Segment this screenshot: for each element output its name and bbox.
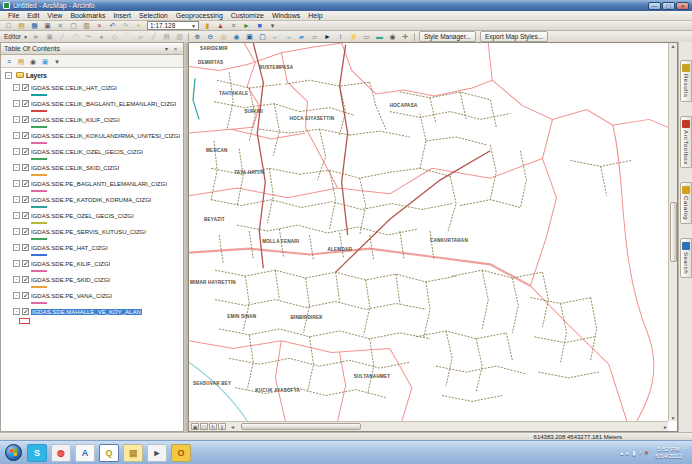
sketch-properties-icon[interactable]: ▥ <box>174 32 185 41</box>
copy-icon[interactable]: ▢ <box>68 21 79 30</box>
edit-annotation-icon[interactable]: ▣ <box>44 32 55 41</box>
expander-icon[interactable]: - <box>13 292 20 299</box>
expander-icon[interactable]: - <box>13 100 20 107</box>
reshape-icon[interactable]: ⌒ <box>122 32 133 41</box>
map-horizontal-scrollbar[interactable]: ▣ ▢ ↻ ∥ ◄ ► <box>189 421 668 431</box>
scroll-left-arrow[interactable]: ◄ <box>230 424 235 430</box>
identify-icon[interactable]: i <box>335 32 346 41</box>
layer-name[interactable]: IGDAS.SDE.CELIK_HAT_CIZGI <box>31 85 117 91</box>
split-icon[interactable]: ╱ <box>148 32 159 41</box>
layer-name[interactable]: IGDAS.SDE.PE_SERVIS_KUTUSU_CIZGI <box>31 229 146 235</box>
layer-name[interactable]: IGDAS.SDE.CELIK_SKID_CIZGI <box>31 165 119 171</box>
layer-symbol-line[interactable] <box>31 222 47 224</box>
layer-symbol-line[interactable] <box>31 174 47 176</box>
layer-name[interactable]: IGDAS.SDE.CELIK_KILIF_CIZGI <box>31 117 120 123</box>
layer-row[interactable]: -IGDAS.SDE.PE_VANA_CIZGI <box>13 291 183 300</box>
layer-symbol-line[interactable] <box>31 190 47 192</box>
layer-row[interactable]: -IGDAS.SDE.PE_KATODIK_KORUMA_CIZGI <box>13 195 183 204</box>
expander-icon[interactable]: - <box>13 212 20 219</box>
expander-icon[interactable]: - <box>13 260 20 267</box>
layer-symbol-polygon[interactable] <box>19 318 30 324</box>
scroll-up-arrow[interactable]: ▲ <box>671 43 676 49</box>
clear-selection-icon[interactable]: ▱ <box>309 32 320 41</box>
straight-segment-icon[interactable]: ∕ <box>57 32 68 41</box>
layer-visibility-checkbox[interactable] <box>22 292 29 299</box>
layer-visibility-checkbox[interactable] <box>22 276 29 283</box>
hidden-icons-chevron[interactable]: ▴ <box>620 449 623 456</box>
blue-color-swatch[interactable]: ■ <box>254 21 265 30</box>
export-map-styles-button[interactable]: Export Map Styles... <box>480 31 548 42</box>
layer-symbol-line[interactable] <box>31 126 47 128</box>
dock-tab-catalog[interactable]: Catalog <box>680 182 692 224</box>
menu-bookmarks[interactable]: Bookmarks <box>66 12 109 19</box>
menu-file[interactable]: File <box>4 12 23 19</box>
layer-symbol-line[interactable] <box>31 206 47 208</box>
layer-symbol-line[interactable] <box>31 158 47 160</box>
layer-row[interactable]: -IGDAS.SDE.CELIK_KOKULANDIRMA_UNITESI_CI… <box>13 131 183 140</box>
layer-symbol-line[interactable] <box>31 94 47 96</box>
layer-row[interactable]: -IGDAS.SDE.CELIK_OZEL_GECIS_CIZGI <box>13 147 183 156</box>
list-by-drawing-order-icon[interactable]: ≡ <box>4 56 14 66</box>
zoom-out-icon[interactable]: ⊖ <box>205 32 216 41</box>
redo-icon[interactable]: ↷ <box>120 21 131 30</box>
print-icon[interactable]: ▣ <box>42 21 53 30</box>
layer-visibility-checkbox[interactable] <box>22 164 29 171</box>
cut-polygons-icon[interactable]: ▱ <box>135 32 146 41</box>
layer-visibility-checkbox[interactable] <box>22 228 29 235</box>
menu-view[interactable]: View <box>43 12 66 19</box>
back-extent-icon[interactable]: ← <box>270 32 281 41</box>
layer-name[interactable]: IGDAS.SDE.PE_HAT_CIZGI <box>31 245 108 251</box>
scroll-down-arrow[interactable]: ▼ <box>671 415 676 421</box>
delete-icon[interactable]: × <box>94 21 105 30</box>
edit-vertices-icon[interactable]: ◇ <box>109 32 120 41</box>
explorer-icon[interactable]: ▤ <box>123 444 143 462</box>
menu-insert[interactable]: Insert <box>109 12 135 19</box>
layer-row[interactable]: -IGDAS.SDE.PE_OZEL_GECIS_CIZGI <box>13 211 183 220</box>
measure-icon[interactable]: ▬ <box>374 32 385 41</box>
hyperlink-icon[interactable]: ⚡ <box>348 32 359 41</box>
table-options-icon[interactable]: ▾ <box>267 21 278 30</box>
menu-selection[interactable]: Selection <box>135 12 172 19</box>
menu-geoprocessing[interactable]: Geoprocessing <box>172 12 227 19</box>
layer-row[interactable]: -IGDAS.SDE.CELIK_BAGLANTI_ELEMANLARI_CIZ… <box>13 99 183 108</box>
layer-row[interactable]: -IGDAS.SDE.PE_KILIF_CIZGI <box>13 259 183 268</box>
data-view-button[interactable]: ▣ <box>191 423 199 430</box>
fixed-zoom-out-icon[interactable]: ▢ <box>257 32 268 41</box>
start-button[interactable] <box>5 444 22 461</box>
layer-name[interactable]: IGDAS.SDE.PE_KATODIK_KORUMA_CIZGI <box>31 197 151 203</box>
outlook-icon[interactable]: O <box>171 444 191 462</box>
minimize-button[interactable]: — <box>648 2 661 10</box>
expander-icon[interactable]: - <box>13 196 20 203</box>
map-vertical-scrollbar[interactable]: ▲ ▼ <box>668 43 677 421</box>
close-icon[interactable]: × <box>171 46 180 52</box>
arctoolbox-icon[interactable]: ▲ <box>215 21 226 30</box>
style-manager-button[interactable]: Style Manager... <box>419 31 476 42</box>
list-by-source-icon[interactable]: ▤ <box>16 56 26 66</box>
model-builder-icon[interactable]: ► <box>241 21 252 30</box>
arcmap-icon[interactable]: Q <box>99 444 119 462</box>
layer-visibility-checkbox[interactable] <box>22 132 29 139</box>
full-extent-icon[interactable]: ◉ <box>231 32 242 41</box>
save-icon[interactable]: ▦ <box>29 21 40 30</box>
refresh-view-button[interactable]: ↻ <box>209 423 217 430</box>
python-window-icon[interactable]: ≡ <box>228 21 239 30</box>
menu-help[interactable]: Help <box>304 12 326 19</box>
find-icon[interactable]: ◉ <box>387 32 398 41</box>
skype-icon[interactable]: S <box>27 444 47 462</box>
layer-visibility-checkbox[interactable] <box>22 308 29 315</box>
expander-icon[interactable]: - <box>13 132 20 139</box>
hscroll-thumb[interactable] <box>241 423 361 430</box>
dock-tab-results[interactable]: Results <box>680 60 692 102</box>
expander-icon[interactable]: - <box>13 164 20 171</box>
layer-symbol-line[interactable] <box>31 302 47 304</box>
paste-icon[interactable]: ▥ <box>81 21 92 30</box>
expander-icon[interactable]: - <box>13 180 20 187</box>
layer-visibility-checkbox[interactable] <box>22 196 29 203</box>
antivirus-icon[interactable]: ● <box>645 449 649 456</box>
expander-icon[interactable]: - <box>13 308 20 315</box>
layer-name[interactable]: IGDAS.SDE.PE_OZEL_GECIS_CIZGI <box>31 213 134 219</box>
layer-name[interactable]: IGDAS.SDE.PE_VANA_CIZGI <box>31 293 112 299</box>
layer-name[interactable]: IGDAS.SDE.CELIK_OZEL_GECIS_CIZGI <box>31 149 143 155</box>
forward-extent-icon[interactable]: → <box>283 32 294 41</box>
layer-row[interactable]: -IGDAS.SDE.CELIK_KILIF_CIZGI <box>13 115 183 124</box>
